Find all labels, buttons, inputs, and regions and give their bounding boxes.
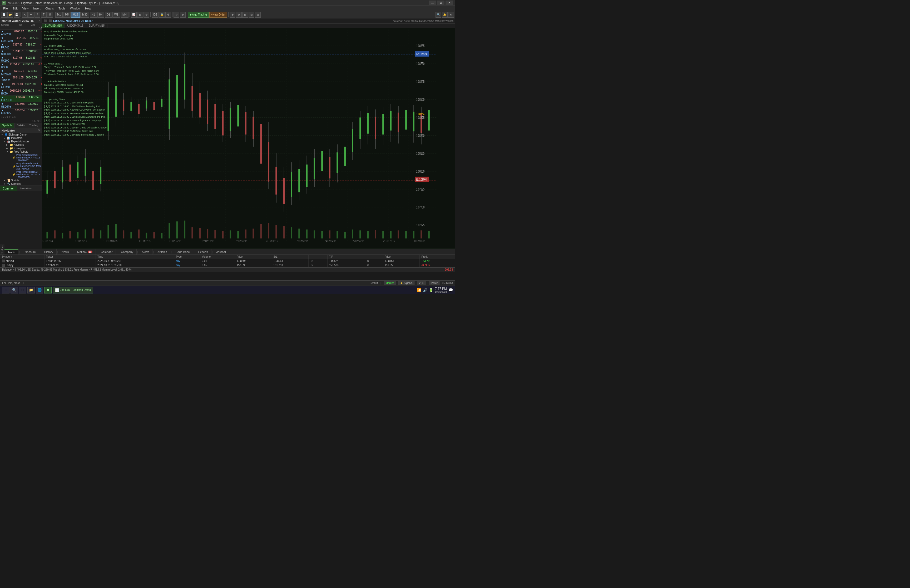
- toolbar-save[interactable]: 💾: [14, 12, 19, 18]
- toolbar-notifications[interactable]: 🔔: [442, 12, 448, 18]
- notification-icon[interactable]: 💬: [448, 288, 453, 292]
- explorer-btn[interactable]: 📁: [27, 287, 35, 294]
- tf-m5[interactable]: M5: [63, 12, 71, 18]
- term-tab-articles[interactable]: Articles: [154, 249, 170, 255]
- mw-row-eurjpy[interactable]: ▼ EURJPY165.284165.302-0.74%: [0, 109, 42, 115]
- tree-indicators[interactable]: ▶📊Indicators: [0, 136, 42, 140]
- toolbar-compile[interactable]: ⚙: [165, 12, 171, 18]
- mw-row-usdjpy[interactable]: ▼ USDJPY151.956151.971-0.94%: [0, 102, 42, 109]
- menu-view[interactable]: View: [20, 6, 31, 11]
- toolbox-label[interactable]: Toolbox: [0, 244, 5, 255]
- chart-tab-eurusd[interactable]: EURUSD,M15: [42, 24, 65, 27]
- tf-w1[interactable]: W1: [112, 12, 120, 18]
- market-watch-close-btn[interactable]: ✕: [38, 19, 40, 23]
- tf-h4[interactable]: H4: [97, 12, 105, 18]
- close-button[interactable]: ✕: [446, 0, 453, 5]
- toolbar-indicators[interactable]: 📈: [131, 12, 137, 18]
- trade-sl-close-eurusd[interactable]: ✕: [309, 259, 327, 263]
- tf-m30[interactable]: M30: [80, 12, 89, 18]
- menu-charts[interactable]: Charts: [43, 6, 56, 11]
- chart-tab-eurjpy[interactable]: EURJPY,M15: [86, 24, 107, 27]
- trade-tp-close-eurusd[interactable]: ✕: [364, 259, 383, 263]
- restore-button[interactable]: ⧉: [437, 0, 444, 5]
- tree-expert-advisors[interactable]: ▼🤖Expert Advisors: [0, 140, 42, 143]
- mw-row-jpn225[interactable]: ▼ JPN22538341.0538348.05-2.35%: [0, 76, 42, 82]
- start-button[interactable]: ⊞: [2, 287, 10, 294]
- tree-robot-eurusd[interactable]: ⚡Prop Firm Robot 50k Medium EURUSD M15 2…: [0, 162, 42, 170]
- menu-file[interactable]: File: [1, 6, 10, 11]
- th-ticket[interactable]: Ticket: [44, 255, 95, 259]
- toolbar-crosshair[interactable]: ✛: [28, 12, 34, 18]
- sym-tab-symbols[interactable]: Symbols: [0, 123, 15, 128]
- toolbar-period[interactable]: ⊙: [144, 12, 149, 18]
- term-tab-journal[interactable]: Journal: [213, 249, 230, 255]
- toolbar-templates[interactable]: ⊞: [137, 12, 143, 18]
- toolbar-line[interactable]: /: [34, 12, 40, 18]
- menu-window[interactable]: Window: [68, 6, 82, 11]
- th-time[interactable]: Time: [95, 255, 174, 259]
- browser-btn[interactable]: 🌐: [36, 287, 43, 294]
- search-taskbar-btn[interactable]: 🔍: [11, 287, 18, 294]
- status-market-btn[interactable]: Market: [384, 281, 396, 285]
- task-view-btn[interactable]: ⊡: [19, 287, 26, 294]
- common-tab-favorites[interactable]: Favorites: [17, 186, 34, 191]
- mw-row-ger40[interactable]: ▼ GER4019077.1019078.90-0.83%: [0, 82, 42, 89]
- toolbar-lock[interactable]: 🔒: [159, 12, 165, 18]
- term-tab-company[interactable]: Company: [118, 249, 137, 255]
- algo-trading-button[interactable]: ▶ Algo Trading: [188, 12, 209, 18]
- sym-tab-details[interactable]: Details: [15, 123, 27, 128]
- toolbar-chart-refresh[interactable]: ↻: [173, 12, 179, 18]
- minimize-button[interactable]: —: [429, 0, 436, 5]
- th-price-cur[interactable]: Price: [383, 255, 420, 259]
- toolbar-scroll-end[interactable]: ⊡: [249, 12, 254, 18]
- menu-help[interactable]: Help: [83, 6, 93, 11]
- tree-advisors[interactable]: ▶📁Advisors: [0, 143, 42, 147]
- th-profit[interactable]: Profit: [420, 255, 455, 259]
- tree-free-robots[interactable]: ▼📁Free Robots: [0, 150, 42, 153]
- toolbar-cursor[interactable]: ↖: [22, 12, 27, 18]
- status-tester-btn[interactable]: Tester: [429, 281, 440, 285]
- mw-add-symbol[interactable]: + click to add...: [0, 115, 42, 119]
- term-tab-experts[interactable]: Experts: [195, 249, 211, 255]
- term-tab-alerts[interactable]: Alerts: [139, 249, 152, 255]
- mw-row-eustx50[interactable]: ▼ EUSTX504826.054827.45-1.04%: [0, 36, 42, 43]
- mw-row-uk100[interactable]: ▼ UK1008127.038128.23-0.39%: [0, 56, 42, 63]
- th-price[interactable]: Price: [235, 255, 272, 259]
- status-vps-btn[interactable]: VPS: [417, 281, 426, 285]
- tree-robot-usdjpy[interactable]: ⚡Prop Firm Robot 50k Medium USDJPY M15 1…: [0, 170, 42, 179]
- toolbar-open[interactable]: 📂: [7, 12, 13, 18]
- navigator-close-btn[interactable]: ✕: [38, 129, 40, 132]
- tf-m15[interactable]: M15: [71, 12, 80, 18]
- taskbar-metatrader[interactable]: 📊 7884987 - Eightcap-Demo: [53, 287, 93, 294]
- tf-mn[interactable]: MN: [121, 12, 128, 18]
- mw-row-fra40[interactable]: ▼ FRA407367.877369.07-0.93%: [0, 43, 42, 50]
- term-tab-news[interactable]: News: [58, 249, 73, 255]
- term-tab-codebase[interactable]: Code Base: [172, 249, 193, 255]
- term-tab-exposure[interactable]: Exposure: [20, 249, 39, 255]
- mw-row-ndx100[interactable]: ▼ NDX10019941.7619942.66-2.17%: [0, 50, 42, 56]
- trade-sl-close-usdjpy[interactable]: ✕: [309, 263, 327, 267]
- toolbar-fibo[interactable]: ⁂: [47, 12, 53, 18]
- sym-tab-trading[interactable]: Trading: [27, 123, 40, 128]
- trade-row-eurusd[interactable]: ⬛eurusd 1758444766 2024.10.31 03:15:01 b…: [0, 259, 455, 263]
- th-volume[interactable]: Volume: [200, 255, 235, 259]
- new-order-button[interactable]: + New Order: [209, 12, 227, 18]
- tree-account[interactable]: ▼👤Eightcap-Demo: [0, 133, 42, 136]
- th-sl[interactable]: S/L: [272, 255, 309, 259]
- mw-row-asx200[interactable]: ▼ ASX2008103.278105.17-0.86%: [0, 30, 42, 36]
- tree-examples[interactable]: ▶📁Examples: [0, 147, 42, 150]
- toolbar-zoom-in[interactable]: ⊕: [230, 12, 235, 18]
- status-signals-btn[interactable]: ⚡ Signals: [398, 281, 414, 285]
- mw-row-us30[interactable]: ▼ US3041854.7141856.01-0.76%: [0, 63, 42, 69]
- toolbar-settings2[interactable]: ⚙: [448, 12, 454, 18]
- tf-h1[interactable]: H1: [90, 12, 97, 18]
- term-tab-trade[interactable]: Trade: [5, 249, 18, 255]
- chart-tab-usdjpy[interactable]: USDJPY,M15: [65, 24, 86, 27]
- toolbar-chart-settings[interactable]: ⊗: [180, 12, 186, 18]
- tree-scripts[interactable]: ▶📜Scripts: [0, 179, 42, 182]
- toolbar-grid[interactable]: ⊟: [255, 12, 261, 18]
- volume-icon[interactable]: 🔊: [423, 288, 427, 292]
- tf-d1[interactable]: D1: [105, 12, 112, 18]
- th-type[interactable]: Type: [174, 255, 200, 259]
- toolbar-zoom-out[interactable]: ⊖: [236, 12, 242, 18]
